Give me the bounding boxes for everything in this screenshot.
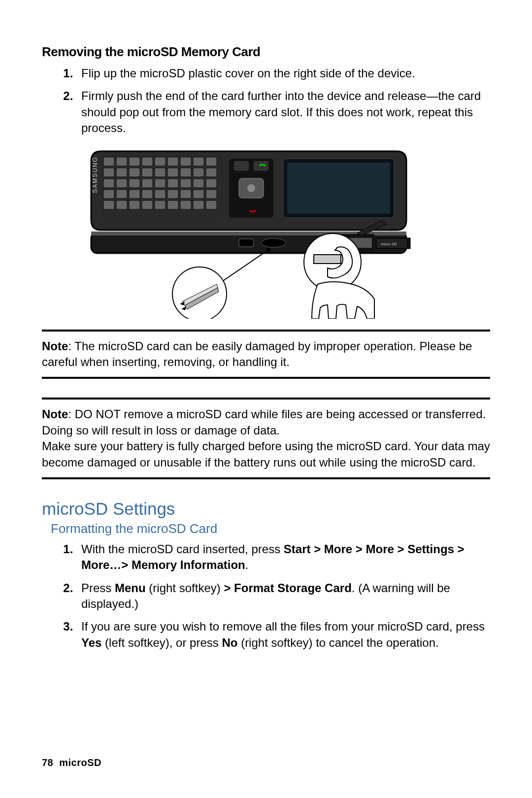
divider	[42, 377, 490, 379]
svg-rect-22	[142, 179, 153, 188]
divider	[42, 477, 490, 479]
svg-rect-5	[155, 157, 166, 166]
svg-rect-13	[142, 168, 153, 177]
svg-line-63	[222, 250, 268, 282]
svg-rect-6	[167, 157, 178, 166]
step-item: With the microSD card inserted, press St…	[76, 541, 490, 573]
svg-rect-29	[116, 190, 127, 199]
step-text: (right softkey)	[146, 581, 224, 595]
svg-rect-42	[167, 200, 178, 209]
note-label: Note	[42, 407, 68, 421]
svg-rect-49	[234, 161, 249, 171]
step-item: Flip up the microSD plastic cover on the…	[76, 66, 490, 81]
step-text: .	[245, 558, 249, 571]
svg-rect-15	[167, 168, 178, 177]
svg-rect-37	[103, 200, 114, 209]
svg-rect-33	[167, 190, 178, 199]
svg-rect-23	[155, 179, 166, 188]
step-text: Press	[81, 581, 115, 595]
svg-rect-30	[129, 190, 140, 199]
svg-rect-45	[206, 200, 217, 209]
svg-rect-34	[180, 190, 191, 199]
svg-rect-32	[155, 190, 166, 199]
svg-rect-17	[193, 168, 204, 177]
svg-rect-36	[206, 190, 217, 199]
svg-rect-19	[103, 179, 114, 188]
formatting-steps-list: With the microSD card inserted, press St…	[42, 541, 490, 651]
svg-rect-12	[129, 168, 140, 177]
note-text: : DO NOT remove a microSD card while fil…	[42, 407, 486, 436]
svg-rect-38	[116, 200, 127, 209]
subsection-heading-formatting: Formatting the microSD Card	[51, 521, 490, 536]
note-donotremove: Note: DO NOT remove a microSD card while…	[42, 406, 490, 470]
svg-rect-50	[254, 161, 268, 171]
svg-rect-56	[239, 239, 254, 247]
svg-rect-16	[180, 168, 191, 177]
step-text: (right softkey) to cancel the operation.	[237, 636, 438, 649]
softkey-yes: Yes	[81, 636, 101, 649]
page-number: 78	[42, 757, 53, 768]
svg-rect-26	[193, 179, 204, 188]
svg-rect-25	[180, 179, 191, 188]
step-text: If you are sure you wish to remove all t…	[81, 620, 485, 633]
step-text: Flip up the microSD plastic cover on the…	[81, 66, 415, 80]
spacer	[42, 381, 490, 396]
svg-rect-18	[206, 168, 217, 177]
svg-rect-31	[142, 190, 153, 199]
softkey-no: No	[222, 636, 237, 649]
step-text: Firmly push the end of the card further …	[81, 89, 481, 134]
svg-rect-10	[103, 168, 114, 177]
svg-point-57	[261, 238, 286, 247]
svg-rect-24	[167, 179, 178, 188]
svg-rect-40	[142, 200, 153, 209]
subsection-heading-removing: Removing the microSD Memory Card	[42, 44, 490, 60]
device-illustration: SAMSUNG micro SD	[42, 146, 490, 319]
svg-text:micro SD: micro SD	[381, 242, 397, 246]
divider	[42, 330, 490, 332]
svg-rect-2	[116, 157, 127, 166]
softkey-menu: Menu	[115, 581, 146, 595]
note-label: Note	[42, 339, 68, 353]
svg-rect-35	[193, 190, 204, 199]
note-text: : The microSD card can be easily damaged…	[42, 339, 472, 368]
svg-rect-67	[314, 255, 341, 264]
step-text: With the microSD card inserted, press	[81, 542, 284, 556]
step-item: If you are sure you wish to remove all t…	[76, 619, 490, 651]
step-item: Press Menu (right softkey) > Format Stor…	[76, 580, 490, 612]
section-heading-settings: microSD Settings	[42, 499, 490, 519]
divider	[42, 398, 490, 399]
svg-rect-4	[142, 157, 153, 166]
phone-sd-diagram-icon: SAMSUNG micro SD	[42, 146, 490, 319]
step-text: (left softkey), or press	[101, 636, 222, 649]
svg-rect-11	[116, 168, 127, 177]
svg-rect-21	[129, 179, 140, 188]
note-damage: Note: The microSD card can be easily dam…	[42, 338, 490, 370]
svg-point-48	[247, 184, 255, 192]
step-item: Firmly push the end of the card further …	[76, 88, 490, 136]
footer-section-name: microSD	[59, 757, 101, 768]
svg-rect-27	[206, 179, 217, 188]
svg-rect-8	[193, 157, 204, 166]
svg-rect-3	[129, 157, 140, 166]
menu-path: > Format Storage Card	[224, 581, 351, 595]
svg-rect-20	[116, 179, 127, 188]
removing-steps-list: Flip up the microSD plastic cover on the…	[42, 66, 490, 136]
page-footer: 78microSD	[42, 757, 101, 768]
svg-rect-52	[287, 163, 390, 214]
svg-rect-7	[180, 157, 191, 166]
svg-point-64	[266, 248, 270, 252]
svg-rect-44	[193, 200, 204, 209]
svg-rect-28	[103, 190, 114, 199]
svg-rect-43	[180, 200, 191, 209]
svg-rect-39	[129, 200, 140, 209]
svg-text:SAMSUNG: SAMSUNG	[92, 156, 99, 193]
manual-page: Removing the microSD Memory Card Flip up…	[0, 0, 532, 798]
svg-rect-41	[155, 200, 166, 209]
svg-rect-14	[155, 168, 166, 177]
note-text: Make sure your battery is fully charged …	[42, 439, 490, 468]
svg-rect-9	[206, 157, 217, 166]
svg-rect-1	[103, 157, 114, 166]
